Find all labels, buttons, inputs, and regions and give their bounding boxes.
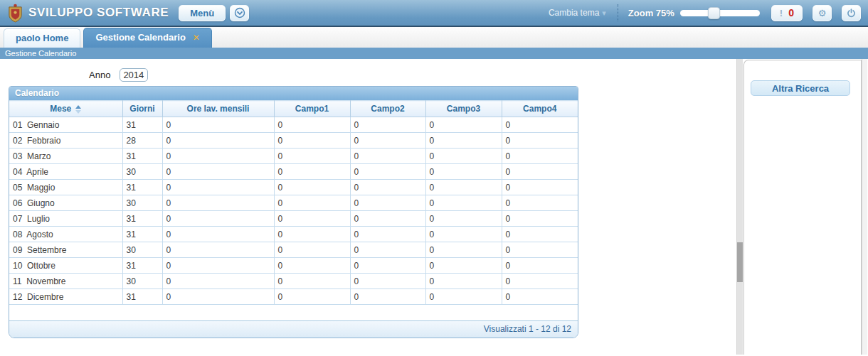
table-cell: 0: [274, 180, 350, 195]
table-cell: 0: [162, 211, 274, 227]
table-row[interactable]: 06 Giugno3000000: [9, 195, 578, 211]
app-title: SVILUPPO SOFTWARE: [28, 6, 169, 20]
table-cell: 0: [274, 149, 350, 164]
main-panel: Anno Calendario MeseGiorniOre lav. mensi…: [0, 59, 736, 355]
table-cell: 01 Gennaio: [9, 117, 122, 133]
main-scrollbar-thumb[interactable]: [737, 242, 743, 282]
table-cell: 0: [425, 195, 502, 211]
table-cell: 0: [350, 211, 425, 227]
menu-dropdown-button[interactable]: [230, 5, 249, 21]
table-cell: 0: [425, 180, 502, 195]
column-header-ore-lav-mensili[interactable]: Ore lav. mensili: [162, 101, 274, 117]
table-cell: 30: [122, 274, 162, 289]
table-cell: 0: [425, 117, 502, 133]
table-cell: 30: [122, 242, 162, 258]
app-header: SVILUPPO SOFTWARE Menù Cambia tema ▾ Zoo…: [0, 0, 868, 27]
column-header-campo4[interactable]: Campo4: [502, 101, 578, 117]
year-filter-row: Anno: [89, 68, 736, 82]
tab-gestione-calendario[interactable]: Gestione Calendario ✕: [83, 28, 211, 48]
table-cell: 31: [122, 211, 162, 227]
menu-button[interactable]: Menù: [179, 5, 226, 21]
table-cell: 0: [350, 149, 425, 164]
logout-button[interactable]: [842, 5, 861, 21]
table-row[interactable]: 08 Agosto3100000: [9, 227, 578, 242]
table-cell: 0: [274, 195, 350, 211]
table-cell: 0: [425, 289, 502, 305]
gear-icon: ⚙: [818, 9, 827, 18]
table-cell: 08 Agosto: [9, 227, 122, 242]
column-header-campo3[interactable]: Campo3: [425, 101, 502, 117]
altra-ricerca-button[interactable]: Altra Ricerca: [751, 80, 850, 96]
notifications-button[interactable]: ! 0: [771, 5, 803, 21]
column-header-campo2[interactable]: Campo2: [350, 101, 425, 117]
column-header-label: Ore lav. mensili: [187, 104, 250, 114]
column-header-mese[interactable]: Mese: [9, 101, 122, 117]
content-area: Anno Calendario MeseGiorniOre lav. mensi…: [0, 59, 868, 355]
column-header-label: Campo3: [447, 104, 480, 114]
grid-status-bar: Visualizzati 1 - 12 di 12: [9, 320, 578, 338]
table-cell: 0: [350, 258, 425, 274]
table-cell: 0: [350, 195, 425, 211]
table-cell: 0: [425, 227, 502, 242]
table-cell: 0: [350, 133, 425, 149]
tab-close-icon[interactable]: ✕: [193, 33, 200, 42]
table-cell: 12 Dicembre: [9, 289, 122, 305]
calendar-table: MeseGiorniOre lav. mensiliCampo1Campo2Ca…: [9, 100, 578, 305]
table-cell: 0: [274, 227, 350, 242]
table-row[interactable]: 09 Settembre3000000: [9, 242, 578, 258]
table-cell: 0: [425, 242, 502, 258]
zoom-slider-thumb[interactable]: [708, 7, 720, 19]
table-cell: 0: [502, 133, 578, 149]
change-theme-control[interactable]: Cambia tema ▾: [549, 8, 606, 18]
main-scrollbar[interactable]: [736, 59, 743, 355]
change-theme-label: Cambia tema: [549, 8, 599, 18]
table-row[interactable]: 07 Luglio3100000: [9, 211, 578, 227]
tab-bar: paolo Home Gestione Calendario ✕: [0, 27, 868, 48]
search-sidebar: Altra Ricerca: [743, 60, 862, 355]
table-cell: 0: [350, 274, 425, 289]
table-row[interactable]: 10 Ottobre3100000: [9, 258, 578, 274]
table-cell: 0: [425, 133, 502, 149]
column-header-label: Mese: [50, 104, 71, 114]
table-cell: 0: [162, 227, 274, 242]
column-header-campo1[interactable]: Campo1: [274, 101, 350, 117]
table-row[interactable]: 01 Gennaio3100000: [9, 117, 578, 133]
column-header-giorni[interactable]: Giorni: [122, 101, 162, 117]
table-row[interactable]: 04 Aprile3000000: [9, 164, 578, 180]
table-row[interactable]: 02 Febbraio2800000: [9, 133, 578, 149]
table-cell: 0: [162, 180, 274, 195]
table-row[interactable]: 05 Maggio3100000: [9, 180, 578, 195]
table-cell: 0: [274, 211, 350, 227]
table-cell: 0: [502, 180, 578, 195]
table-row[interactable]: 12 Dicembre3100000: [9, 289, 578, 305]
table-cell: 0: [274, 258, 350, 274]
app-logo-icon: [7, 4, 23, 23]
table-cell: 0: [162, 242, 274, 258]
table-cell: 0: [350, 289, 425, 305]
window-scrollbar[interactable]: [862, 59, 867, 355]
table-cell: 04 Aprile: [9, 164, 122, 180]
grid-empty-space: [9, 305, 578, 320]
table-cell: 0: [162, 258, 274, 274]
table-row[interactable]: 11 Novembre3000000: [9, 274, 578, 289]
table-cell: 0: [274, 289, 350, 305]
table-cell: 0: [350, 242, 425, 258]
tab-paolo-home[interactable]: paolo Home: [4, 28, 80, 48]
table-cell: 0: [350, 180, 425, 195]
table-cell: 30: [122, 195, 162, 211]
table-cell: 0: [350, 164, 425, 180]
table-cell: 0: [162, 289, 274, 305]
table-cell: 0: [425, 149, 502, 164]
settings-button[interactable]: ⚙: [813, 5, 832, 21]
anno-input[interactable]: [120, 68, 148, 82]
table-cell: 31: [122, 258, 162, 274]
table-cell: 0: [502, 149, 578, 164]
table-row[interactable]: 03 Marzo3100000: [9, 149, 578, 164]
table-cell: 06 Giugno: [9, 195, 122, 211]
table-cell: 09 Settembre: [9, 242, 122, 258]
table-cell: 10 Ottobre: [9, 258, 122, 274]
anno-label: Anno: [89, 70, 110, 80]
zoom-slider[interactable]: [680, 10, 760, 16]
table-cell: 0: [274, 242, 350, 258]
breadcrumb: Gestione Calendario: [0, 48, 868, 59]
